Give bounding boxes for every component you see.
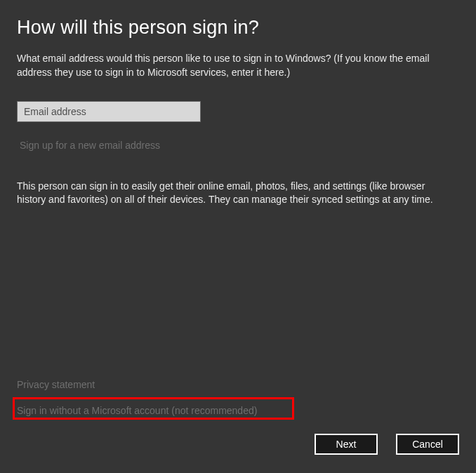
privacy-link[interactable]: Privacy statement — [17, 379, 95, 390]
button-row: Next Cancel — [315, 434, 459, 455]
signup-link[interactable]: Sign up for a new email address — [20, 140, 160, 151]
no-microsoft-account-link[interactable]: Sign in without a Microsoft account (not… — [17, 405, 257, 416]
cancel-button[interactable]: Cancel — [396, 434, 459, 455]
description-text: This person can sign in to easily get th… — [17, 180, 445, 208]
instruction-text: What email address would this person lik… — [17, 51, 445, 80]
next-button[interactable]: Next — [315, 434, 378, 455]
email-field[interactable] — [17, 101, 201, 122]
page-title: How will this person sign in? — [17, 17, 459, 39]
